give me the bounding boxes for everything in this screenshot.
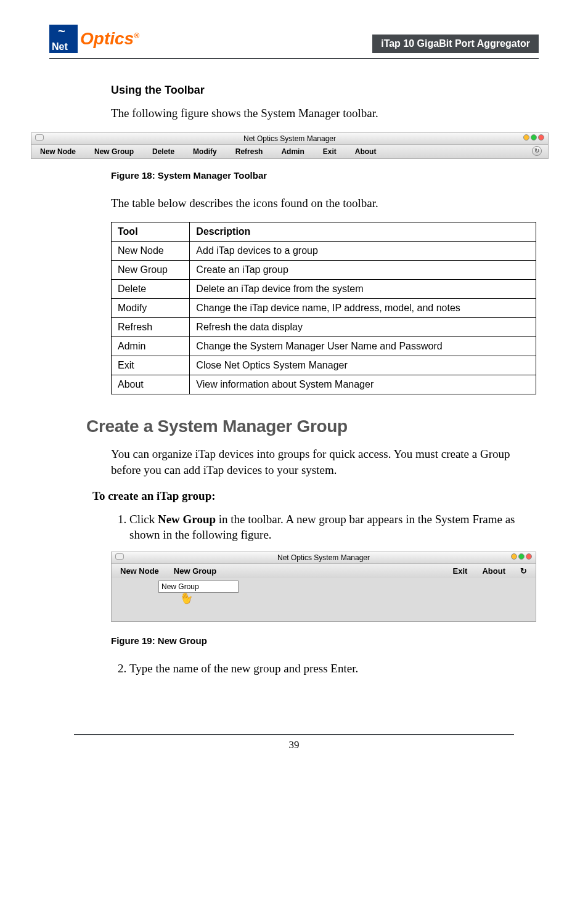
toolbar-new-node[interactable]: New Node xyxy=(40,147,76,156)
logo-net-text: Net xyxy=(52,43,68,51)
zoom-button-icon[interactable] xyxy=(531,134,537,141)
minimize-button-icon[interactable] xyxy=(511,553,517,560)
brand-logo: ~ Net Optics® xyxy=(49,25,139,53)
logo-mark: ~ Net xyxy=(49,25,78,53)
window-title-text: Net Optics System Manager xyxy=(277,553,370,562)
step-1: Click New Group in the toolbar. A new gr… xyxy=(129,512,539,543)
subsection-heading: Using the Toolbar xyxy=(111,84,539,97)
window-content-area: New Group ✋ xyxy=(112,578,536,621)
procedure-steps-cont: Type the name of the new group and press… xyxy=(129,661,539,677)
window-title-text: Net Optics System Manager xyxy=(243,134,336,143)
toolbar-refresh[interactable]: Refresh xyxy=(235,147,263,156)
toolbar-new-group[interactable]: New Group xyxy=(94,147,134,156)
toolbar-exit[interactable]: Exit xyxy=(323,147,337,156)
table-row: AboutView information about System Manag… xyxy=(112,375,536,394)
close-button-icon[interactable] xyxy=(526,553,532,560)
table-row: AdminChange the System Manager User Name… xyxy=(112,337,536,356)
tool-description-table: Tool Description New NodeAdd iTap device… xyxy=(111,222,536,394)
toolbar-exit[interactable]: Exit xyxy=(453,566,468,576)
toolbar-new-node[interactable]: New Node xyxy=(120,566,159,576)
window-titlebar: Net Optics System Manager xyxy=(31,133,548,145)
toolbar-items-row: New Node New Group Exit About ↻ xyxy=(112,564,536,578)
close-button-icon[interactable] xyxy=(538,134,544,141)
header-divider xyxy=(49,58,539,59)
window-proxy-icon xyxy=(115,553,124,560)
group-name-input[interactable]: New Group xyxy=(158,581,239,593)
figure-18-toolbar: Net Optics System Manager New Node New G… xyxy=(31,132,549,159)
toolbar-about[interactable]: About xyxy=(482,566,505,576)
step-2: Type the name of the new group and press… xyxy=(129,661,539,677)
step-1-bold: New Group xyxy=(158,513,216,526)
toolbar-items-row: New Node New Group Delete Modify Refresh… xyxy=(31,145,548,158)
zoom-button-icon[interactable] xyxy=(518,553,525,560)
logo-optics-text: Optics® xyxy=(80,29,139,49)
window-proxy-icon xyxy=(35,134,44,141)
table-intro: The table below describes the icons foun… xyxy=(111,195,539,211)
toolbar-modify[interactable]: Modify xyxy=(193,147,217,156)
toolbar-delete[interactable]: Delete xyxy=(152,147,174,156)
table-head-desc: Description xyxy=(190,222,536,242)
toolbar-about[interactable]: About xyxy=(355,147,377,156)
section2-intro: You can organize iTap devices into group… xyxy=(49,446,539,478)
intro-paragraph: The following figure shows the System Ma… xyxy=(111,105,539,121)
procedure-label: To create an iTap group: xyxy=(92,489,539,503)
minimize-button-icon[interactable] xyxy=(523,134,529,141)
table-row: RefreshRefresh the data display xyxy=(112,318,536,337)
table-row: New GroupCreate an iTap group xyxy=(112,261,536,280)
toolbar-new-group[interactable]: New Group xyxy=(174,566,216,576)
procedure-steps: Click New Group in the toolbar. A new gr… xyxy=(129,512,539,543)
product-title-bar: iTap 10 GigaBit Port Aggregator xyxy=(372,35,539,53)
table-row: New NodeAdd iTap devices to a group xyxy=(112,242,536,261)
page-footer: 39 xyxy=(74,734,514,751)
toolbar-admin[interactable]: Admin xyxy=(281,147,304,156)
section-heading: Create a System Manager Group xyxy=(86,417,539,436)
toolbar-round-button-icon[interactable]: ↻ xyxy=(520,566,527,576)
toolbar-round-button-icon[interactable]: ↻ xyxy=(532,146,542,156)
table-row: ModifyChange the iTap device name, IP ad… xyxy=(112,299,536,318)
window-titlebar: Net Optics System Manager xyxy=(112,552,536,564)
table-row: DeleteDelete an iTap device from the sys… xyxy=(112,280,536,299)
table-row: ExitClose Net Optics System Manager xyxy=(112,356,536,375)
page-number: 39 xyxy=(289,739,300,751)
table-head-tool: Tool xyxy=(112,222,190,242)
figure-18-caption: Figure 18: System Manager Toolbar xyxy=(111,170,539,181)
figure-19-caption: Figure 19: New Group xyxy=(111,635,539,646)
figure-19-window: Net Optics System Manager New Node New G… xyxy=(111,552,536,622)
